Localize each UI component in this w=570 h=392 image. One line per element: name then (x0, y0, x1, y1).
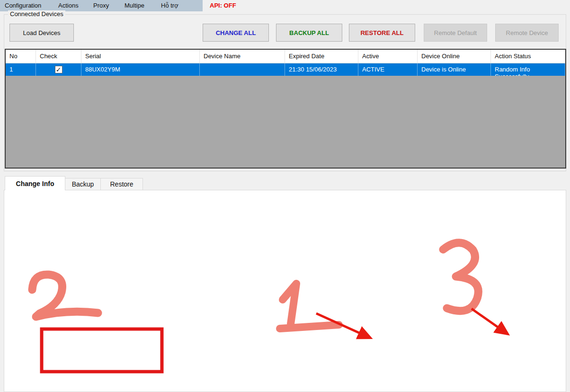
column-header-action-status[interactable]: Action Status (491, 50, 565, 63)
backup-all-button[interactable]: BACKUP ALL (276, 24, 342, 42)
menu-item-multipe[interactable]: Multipe (125, 2, 144, 9)
row-checkbox[interactable]: ✓ (55, 66, 62, 73)
connected-devices-title: Connected Devices (8, 10, 65, 18)
menu-item-actions[interactable]: Actions (58, 2, 79, 9)
column-header-active[interactable]: Active (358, 50, 418, 63)
row-active: ACTIVE (358, 63, 418, 76)
row-serial: 88UX02Y9M (81, 63, 200, 76)
change-all-button[interactable]: CHANGE ALL (203, 24, 269, 42)
remote-default-button: Remote Default (424, 24, 487, 42)
column-header-serial[interactable]: Serial (81, 50, 200, 63)
menu-item-ho-tro[interactable]: Hỗ trợ (161, 2, 178, 9)
menu-item-api-status[interactable]: API: OFF (210, 2, 236, 9)
column-header-no[interactable]: No (6, 50, 36, 63)
column-header-expired-date[interactable]: Expired Date (285, 50, 358, 63)
menu-item-configuration[interactable]: Configuration (5, 2, 41, 9)
tab-change-info[interactable]: Change Info (5, 176, 65, 190)
row-expired-date: 21:30 15/06/2023 (285, 63, 358, 76)
restore-all-button[interactable]: RESTORE ALL (349, 24, 415, 42)
column-header-device-name[interactable]: Device Name (200, 50, 285, 63)
app-window: Configuration Actions Proxy Multipe Hỗ t… (0, 0, 570, 392)
row-device-online: Device is Online (418, 63, 491, 76)
tab-restore[interactable]: Restore (100, 178, 143, 190)
row-no: 1 (6, 63, 36, 76)
change-info-panel (4, 190, 566, 392)
row-check-cell: ✓ (36, 63, 81, 76)
menu-bar: Configuration Actions Proxy Multipe Hỗ t… (0, 0, 570, 11)
column-header-check[interactable]: Check (36, 50, 81, 63)
row-action-status: Random Info Successfully (491, 63, 565, 76)
row-device-name (200, 63, 285, 76)
load-devices-button[interactable]: Load Devices (9, 24, 74, 42)
remote-device-button: Remote Device (495, 24, 559, 42)
menu-item-proxy[interactable]: Proxy (93, 2, 109, 9)
device-table: No Check Serial Device Name Expired Date… (5, 49, 566, 169)
tab-backup[interactable]: Backup (65, 178, 101, 190)
device-table-header: No Check Serial Device Name Expired Date… (6, 50, 565, 63)
table-row[interactable]: 1 ✓ 88UX02Y9M 21:30 15/06/2023 ACTIVE De… (6, 63, 565, 76)
column-header-device-online[interactable]: Device Online (418, 50, 491, 63)
